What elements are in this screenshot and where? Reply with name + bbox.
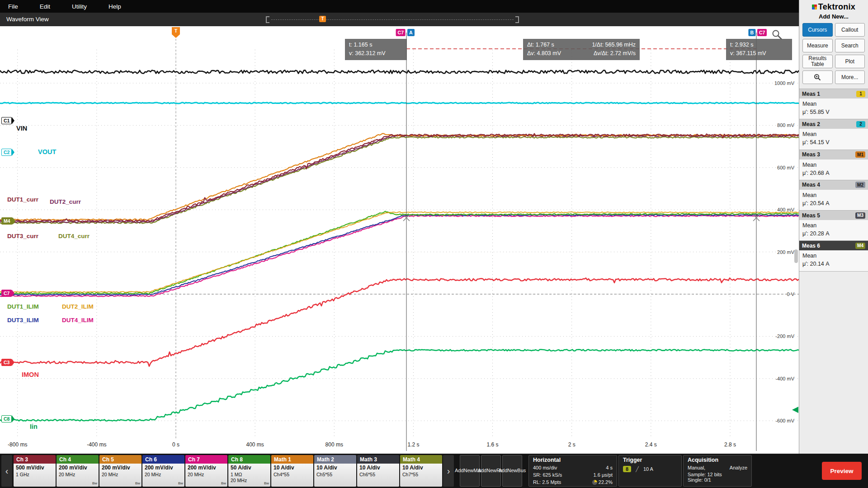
channel-badge-line: 10 A/div — [274, 465, 311, 472]
cursor-delta-readout: Δt: 1.767 s 1/Δt: 565.96 mHz Δv: 4.803 m… — [523, 39, 640, 60]
signal-label-dut1-curr: DUT1_curr — [7, 196, 38, 203]
x-axis-label: 1.2 s — [407, 441, 419, 448]
menu-file[interactable]: File — [0, 3, 29, 10]
sidebar-button-results-table[interactable]: Results Table — [802, 55, 833, 68]
channel-badge-ch-8[interactable]: Ch 850 A/div1 MΩ20 MHzBw — [228, 455, 270, 487]
cursor-a-readout[interactable]: t: 1.165 s v: 362.312 mV — [345, 39, 407, 60]
channel-badge-ch-6[interactable]: Ch 6200 mV/div20 MHzBw — [142, 455, 184, 487]
sidebar-divider-handle[interactable] — [794, 249, 798, 263]
measurement-header[interactable]: Meas 3M1 — [799, 150, 868, 160]
measurement-stat: Mean — [802, 130, 865, 138]
cursor-delta-t: Δt: 1.767 s — [527, 41, 554, 49]
measurement-header[interactable]: Meas 4M2 — [799, 180, 868, 190]
waveform-plot[interactable]: -800 ms-400 ms0 s400 ms800 ms1.2 s1.6 s2… — [0, 26, 799, 454]
record-view-trigger-icon[interactable]: T — [319, 16, 326, 22]
cursor-b-source-badge[interactable]: C7 — [757, 29, 767, 36]
channel-ref-badge-c3[interactable]: C3 — [1, 359, 14, 366]
channel-label-vout: VOUT — [38, 148, 56, 155]
channel-label-iin: Iin — [30, 423, 38, 430]
cursor-b-time: t: 2.932 s — [730, 41, 788, 49]
cursor-dv-dt: Δv/Δt: 2.72 mV/s — [594, 49, 636, 58]
measurement-body: Meanμ': 55.85 V — [799, 99, 868, 119]
measurement-item-meas-6[interactable]: Meas 6M4Meanμ': 20.14 A — [799, 241, 868, 271]
add-new-ref-button[interactable]: AddNewRef — [481, 455, 501, 487]
measurement-header[interactable]: Meas 11 — [799, 89, 868, 99]
channel-badge-line: 20 MHz — [59, 472, 96, 478]
measurement-header[interactable]: Meas 5M3 — [799, 211, 868, 220]
channel-ref-badge-c1[interactable]: C1 — [1, 117, 14, 124]
channel-badge-ch-5[interactable]: Ch 5200 mV/div20 MHzBw — [99, 455, 142, 487]
channel-ref-badge-tip-icon — [12, 149, 14, 156]
measurement-item-meas-3[interactable]: Meas 3M1Meanμ': 20.68 A — [799, 150, 868, 180]
cursor-b-readout[interactable]: t: 2.932 s v: 367.115 mV — [726, 39, 792, 60]
badge-scroll-right-button[interactable]: › — [443, 455, 454, 487]
measurement-name: Meas 4 — [802, 182, 820, 188]
sidebar-button-callout[interactable]: Callout — [835, 23, 865, 37]
measurement-body: Meanμ': 20.54 A — [799, 190, 868, 210]
preview-button[interactable]: Preview — [822, 462, 862, 480]
channel-badge-math-1[interactable]: Math 110 A/divCh4*55 — [271, 455, 313, 487]
channel-badge-math-2[interactable]: Math 210 A/divCh5*55 — [314, 455, 356, 487]
menu-utility[interactable]: Utility — [61, 3, 98, 10]
channel-ref-badge-c7[interactable]: C7 — [1, 290, 14, 297]
cursor-b-badge[interactable]: B — [748, 29, 755, 36]
x-axis-label: -400 ms — [87, 441, 106, 448]
trace-vout — [0, 103, 799, 103]
trigger-panel[interactable]: Trigger 8 ╱ 10 A — [618, 455, 682, 487]
channel-badge-ch-4[interactable]: Ch 4200 mV/div20 MHzBw — [57, 455, 99, 487]
horizontal-panel[interactable]: Horizontal 400 ms/div 4 s SR: 625 kS/s 1… — [528, 455, 617, 487]
channel-badge-math-3[interactable]: Math 310 A/divCh6*55 — [357, 455, 399, 487]
measurement-body: Meanμ': 54.15 V — [799, 129, 868, 149]
menu-edit[interactable]: Edit — [29, 3, 61, 10]
menu-help[interactable]: Help — [98, 3, 132, 10]
channel-ref-badge-m4[interactable]: M4 — [1, 217, 15, 225]
add-new-math-button[interactable]: AddNewMath — [460, 455, 480, 487]
channel-badge-title: Ch 5 — [99, 455, 142, 464]
measurement-value: μ': 20.14 A — [802, 260, 865, 268]
cursor-a-badge[interactable]: A — [407, 29, 415, 36]
channel-ref-badge-c2[interactable]: C2 — [1, 149, 14, 156]
badge-scroll-left-button[interactable]: ‹ — [1, 455, 12, 487]
trigger-marker-label: T — [175, 28, 178, 33]
sidebar-button-more[interactable]: More... — [835, 70, 865, 84]
measurement-item-meas-1[interactable]: Meas 11Meanμ': 55.85 V — [799, 89, 868, 119]
sidebar-button-zoom[interactable] — [802, 70, 833, 84]
trigger-source-badge[interactable]: 8 — [623, 466, 631, 472]
sidebar-button-search[interactable]: Search — [835, 39, 865, 52]
record-view-left-bracket[interactable] — [266, 16, 269, 23]
menu-bar: FileEditUtilityHelp — [0, 0, 799, 13]
channel-ref-badge-c8[interactable]: C8 — [1, 415, 14, 422]
trace-dut3-ilim — [0, 215, 799, 295]
waveform-display[interactable]: -800 ms-400 ms0 s400 ms800 ms1.2 s1.6 s2… — [0, 26, 799, 454]
measurement-source-badge: 2 — [856, 121, 865, 127]
measurement-item-meas-2[interactable]: Meas 22Meanμ': 54.15 V — [799, 119, 868, 150]
sidebar-button-measure[interactable]: Measure — [802, 39, 833, 52]
trace-dut4-ilim — [0, 216, 799, 296]
y-axis-label: 800 mV — [777, 122, 795, 128]
add-new-bus-button[interactable]: AddNewBus — [502, 455, 522, 487]
measurement-item-meas-5[interactable]: Meas 5M3Meanμ': 20.28 A — [799, 211, 868, 241]
cursor-a-source-badge[interactable]: C7 — [396, 29, 406, 36]
channel-badge-line: 10 A/div — [402, 465, 440, 472]
tektronix-logo-text: Tektronix — [818, 2, 855, 11]
measurement-header[interactable]: Meas 22 — [799, 119, 868, 129]
rising-slope-icon: ╱ — [636, 466, 639, 472]
record-view-right-bracket[interactable] — [515, 16, 519, 23]
signal-label-dut1-ilim: DUT1_ILIM — [7, 303, 39, 310]
channel-badge-ch-3[interactable]: Ch 3500 mV/div1 GHz — [14, 455, 56, 487]
y-axis-label: 400 mV — [777, 207, 795, 212]
channel-badge-line: 500 mV/div — [16, 465, 53, 472]
channel-badge-line: Ch4*55 — [274, 472, 311, 478]
x-axis-label: 400 ms — [246, 441, 264, 448]
channel-badge-ch-7[interactable]: Ch 7200 mV/div20 MHzBw — [185, 455, 227, 487]
trigger-marker[interactable]: T — [172, 27, 180, 34]
measurement-header[interactable]: Meas 6M4 — [799, 241, 868, 250]
compression-percent: 22.2% — [599, 479, 613, 485]
x-axis-label: 1.6 s — [487, 441, 499, 448]
measurement-item-meas-4[interactable]: Meas 4M2Meanμ': 20.54 A — [799, 180, 868, 211]
acquisition-panel[interactable]: Acquisition Manual, Analyze Sample: 12 b… — [683, 455, 752, 487]
sidebar-button-cursors[interactable]: Cursors — [802, 23, 833, 37]
measurement-body: Meanμ': 20.28 A — [799, 220, 868, 240]
sidebar-button-plot[interactable]: Plot — [835, 55, 865, 68]
channel-badge-math-4[interactable]: Math 410 A/divCh7*55 — [400, 455, 442, 487]
